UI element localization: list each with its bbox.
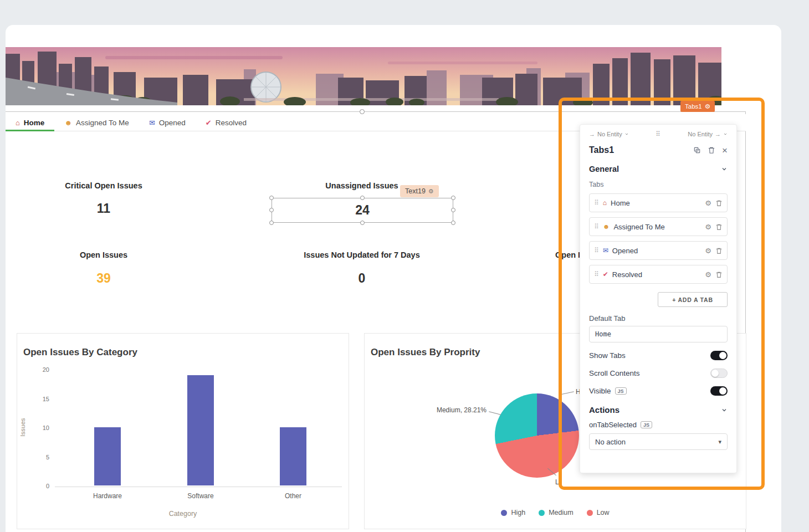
section-general-title: General	[589, 165, 619, 173]
gear-icon[interactable]: ⚙	[705, 223, 711, 231]
tabs-widget-resize-handle[interactable]	[360, 109, 365, 114]
section-general[interactable]: General	[589, 165, 728, 173]
scroll-contents-label: Scroll Contents	[589, 369, 640, 377]
resize-handle-w[interactable]	[269, 208, 274, 212]
close-icon[interactable]: ×	[722, 146, 728, 155]
drag-handle-icon[interactable]: ⠿	[594, 223, 599, 231]
legend-dot-high	[501, 510, 507, 516]
tab-home[interactable]: ⌂ Home	[6, 114, 54, 131]
gear-icon[interactable]: ⚙	[705, 199, 711, 207]
trash-icon[interactable]	[715, 247, 723, 254]
bar-chart-ytick: 20	[29, 366, 49, 373]
stat-critical-label[interactable]: Critical Open Issues	[48, 181, 159, 190]
stat-open-label[interactable]: Open Issues	[48, 250, 159, 259]
show-tabs-row: Show Tabs	[589, 351, 728, 360]
legend-label: Medium	[549, 509, 573, 516]
legend-item-high[interactable]: High	[501, 509, 525, 516]
connections-row: → No Entity ⠿ No Entity →	[589, 130, 728, 138]
tabs-widget-selection-top-edge	[6, 111, 746, 112]
gear-icon[interactable]: ⚙	[705, 103, 710, 110]
legend-item-medium[interactable]: Medium	[539, 509, 573, 516]
visible-label: Visible	[589, 387, 611, 395]
stat-critical-value[interactable]: 11	[48, 201, 159, 216]
arrow-right-icon: →	[715, 131, 721, 137]
widget-name[interactable]: Tabs1	[589, 145, 614, 155]
stat-not-updated-value[interactable]: 0	[306, 271, 417, 286]
scroll-contents-toggle[interactable]	[710, 369, 728, 378]
incoming-connection[interactable]: → No Entity	[589, 131, 629, 137]
action-select[interactable]: No action ▾	[589, 433, 728, 450]
resize-handle-sw[interactable]	[269, 221, 274, 225]
resize-handle-n[interactable]	[360, 196, 365, 200]
tab-opened[interactable]: ✉ Opened	[139, 114, 196, 131]
resize-handle-ne[interactable]	[451, 196, 455, 200]
tab-config-row-resolved[interactable]: ⠿ ✔ Resolved ⚙	[589, 265, 728, 284]
tab-config-label: Opened	[612, 247, 701, 255]
tab-resolved[interactable]: ✔ Resolved	[196, 114, 257, 131]
drag-handle-icon[interactable]: ⠿	[594, 270, 599, 278]
check-icon: ✔	[206, 119, 212, 127]
legend-label: High	[511, 509, 525, 516]
chevron-down-icon	[721, 166, 728, 172]
outgoing-connection-label: No Entity	[688, 131, 713, 137]
tab-label: Opened	[159, 119, 186, 127]
outgoing-connection[interactable]: No Entity →	[688, 131, 728, 137]
pie-connector-medium	[489, 411, 501, 415]
pie-label-low-partial: L	[555, 478, 559, 486]
chevron-down-icon	[624, 132, 629, 136]
bar-chart-widget[interactable]: Open Issues By Category Issues Category …	[17, 333, 349, 529]
trash-icon[interactable]	[715, 223, 723, 231]
stat-not-updated-label[interactable]: Issues Not Updated for 7 Days	[279, 250, 445, 259]
bar-chart-category-label: Software	[167, 492, 234, 500]
show-tabs-toggle[interactable]	[710, 351, 728, 360]
resize-handle-nw[interactable]	[269, 196, 274, 200]
trash-icon[interactable]	[715, 200, 723, 207]
text-widget-selected[interactable]: 24	[272, 198, 453, 223]
legend-dot-low	[587, 510, 593, 516]
gear-icon[interactable]: ⚙	[428, 188, 434, 195]
gear-icon[interactable]: ⚙	[705, 247, 711, 255]
bar-chart-ytick: 10	[29, 424, 49, 431]
tab-config-row-opened[interactable]: ⠿ ✉ Opened ⚙	[589, 241, 728, 260]
property-pane: → No Entity ⠿ No Entity → Tabs1 × Genera…	[580, 124, 737, 473]
tab-config-label: Assigned To Me	[613, 223, 701, 231]
drag-handle-icon[interactable]: ⠿	[594, 199, 599, 207]
add-a-tab-button[interactable]: + ADD A TAB	[658, 292, 728, 307]
dots-grid-icon[interactable]: ⠿	[656, 130, 661, 138]
show-tabs-label: Show Tabs	[589, 351, 626, 360]
check-icon: ✔	[603, 270, 608, 278]
tab-config-label: Home	[611, 199, 701, 207]
visible-toggle[interactable]	[710, 386, 728, 396]
person-icon: ☻	[603, 223, 610, 231]
trash-icon[interactable]	[708, 146, 715, 154]
stat-open-value[interactable]: 39	[48, 271, 159, 286]
arrow-right-icon: →	[589, 131, 595, 137]
drag-handle-icon[interactable]: ⠿	[594, 247, 599, 254]
gear-icon[interactable]: ⚙	[705, 270, 711, 279]
widget-name-row: Tabs1 ×	[589, 145, 728, 155]
js-badge[interactable]: JS	[641, 421, 652, 428]
legend-item-low[interactable]: Low	[587, 509, 610, 516]
bar-chart-ytick: 5	[29, 454, 49, 461]
hero-image-widget[interactable]	[6, 47, 721, 105]
trash-icon[interactable]	[715, 271, 723, 278]
tabs-widget-name-badge[interactable]: Tabs1 ⚙	[680, 101, 715, 112]
bar-chart-ytick: 0	[29, 483, 49, 489]
resize-handle-e[interactable]	[451, 208, 455, 212]
js-badge[interactable]: JS	[615, 387, 627, 395]
app-builder-canvas: Tabs1 ⚙ ⌂ Home ☻ Assigned To Me ✉ Opened…	[0, 0, 809, 532]
tab-assigned-to-me[interactable]: ☻ Assigned To Me	[54, 114, 139, 131]
envelope-icon: ✉	[149, 119, 155, 127]
copy-icon[interactable]	[693, 146, 701, 154]
resize-handle-se[interactable]	[451, 221, 455, 225]
section-actions[interactable]: Actions	[589, 405, 728, 415]
text-widget-name-badge[interactable]: Text19 ⚙	[400, 185, 439, 197]
city-skyline-image	[6, 47, 721, 105]
envelope-icon: ✉	[603, 247, 608, 254]
tab-config-row-home[interactable]: ⠿ ⌂ Home ⚙	[589, 193, 728, 212]
bar-hardware	[94, 427, 121, 485]
text-widget-name-label: Text19	[405, 187, 426, 195]
default-tab-input[interactable]: Home	[589, 326, 728, 342]
resize-handle-s[interactable]	[360, 221, 365, 225]
tab-config-row-assigned[interactable]: ⠿ ☻ Assigned To Me ⚙	[589, 217, 728, 236]
